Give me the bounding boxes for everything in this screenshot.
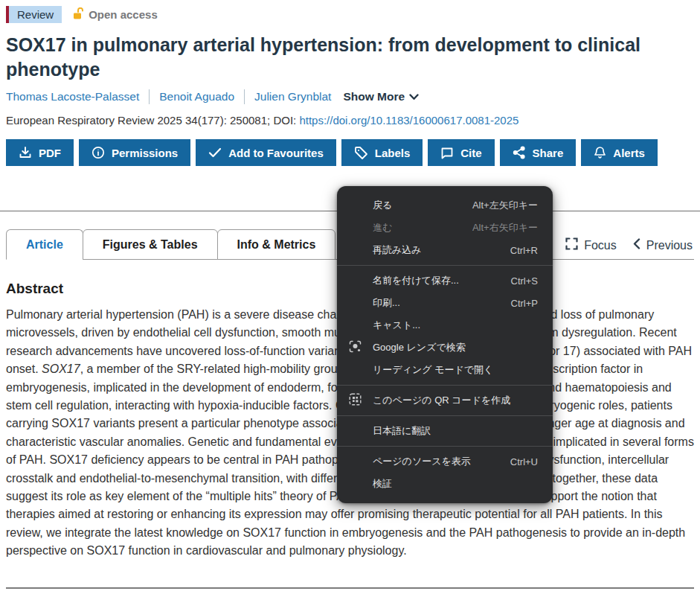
tab-figures-tables[interactable]: Figures & Tables [83,229,218,260]
open-access-label: Open access [89,8,158,21]
citation-line: European Respiratory Review 2025 34(177)… [6,114,694,127]
menu-item-label: キャスト... [373,319,420,332]
menu-item-label: このページの QR コードを作成 [373,394,510,407]
menu-separator [337,415,553,416]
focus-label: Focus [584,239,617,252]
menu-item-label: 戻る [373,199,392,212]
author-link[interactable]: Thomas Lacoste-Palasset [6,90,139,103]
menu-item-create-qr-code[interactable]: このページの QR コードを作成 [337,389,553,412]
menu-item-label: 名前を付けて保存... [373,274,459,287]
chevron-left-icon [633,238,640,252]
menu-item-shortcut: Ctrl+S [511,275,553,287]
gene-name-italic: SOX17 [42,363,80,375]
show-more-label: Show More [343,90,405,103]
button-label: Permissions [112,147,178,159]
article-title: SOX17 in pulmonary arterial hypertension… [6,33,675,82]
menu-item-label: 検証 [373,477,392,491]
download-icon [19,146,32,159]
author-link[interactable]: Benoit Aguado [159,90,234,103]
menu-item-google-lens[interactable]: Google レンズで検索 [337,336,553,359]
authors-row: Thomas Lacoste-PalassetBenoit AguadoJuli… [6,89,694,104]
focus-button[interactable]: Focus [565,237,617,253]
menu-item-label: リーディング モードで開く [373,363,493,377]
menu-separator [337,385,553,386]
article-page: Review Open access SOX17 in pulmonary ar… [0,6,700,166]
menu-item-shortcut: Ctrl+U [510,456,553,467]
menu-item-shortcut: Ctrl+R [510,245,553,256]
menu-item-cast[interactable]: キャスト... [337,314,553,336]
menu-item-label: 再読み込み [373,243,422,257]
menu-separator [337,446,553,447]
view-tools: Focus Previous [565,237,694,259]
article-type-badge: Review [6,6,62,23]
menu-item-icon-slot [337,340,373,355]
author-separator [149,89,150,104]
labels-button[interactable]: Labels [341,139,423,166]
tag-icon [354,146,368,160]
menu-separator [337,265,553,266]
menu-item-label: 印刷... [373,296,400,310]
alerts-button[interactable]: Alerts [581,139,658,166]
menu-item-shortcut: Alt+左矢印キー [472,199,553,212]
author-separator [244,89,245,104]
menu-item-view-source[interactable]: ページのソースを表示Ctrl+U [337,450,553,473]
show-more-button[interactable]: Show More [343,90,419,103]
citation-text: European Respiratory Review 2025 34(177)… [6,114,299,127]
speech-bubble-icon [440,147,454,159]
tabs: ArticleFigures & TablesInfo & Metrics [6,229,335,259]
section-divider [6,587,694,589]
share-button[interactable]: Share [500,139,577,166]
browser-context-menu: 戻るAlt+左矢印キー進むAlt+右矢印キー再読み込みCtrl+R名前を付けて保… [337,186,553,503]
menu-item-shortcut: Ctrl+P [511,298,553,309]
menu-item-label: 進む [373,221,392,234]
doi-link[interactable]: https://doi.org/10.1183/16000617.0081-20… [299,114,518,127]
cite-button[interactable]: Cite [428,139,494,166]
badge-label: Review [17,8,54,21]
article-toolbar: PDFPermissionsAdd to FavouritesLabelsCit… [6,139,694,166]
permissions-button[interactable]: Permissions [79,139,190,166]
menu-item-icon-slot [337,393,373,408]
add-to-favourites-button[interactable]: Add to Favourites [196,139,336,166]
chevron-down-icon [409,90,419,103]
menu-item-reading-mode[interactable]: リーディング モードで開く [337,359,553,381]
menu-item-back[interactable]: 戻るAlt+左矢印キー [337,194,553,217]
menu-item-print[interactable]: 印刷...Ctrl+P [337,292,553,314]
menu-item-reload[interactable]: 再読み込みCtrl+R [337,239,553,261]
check-icon [208,147,222,158]
tab-info-metrics[interactable]: Info & Metrics [217,229,336,260]
button-label: Alerts [613,147,645,159]
menu-item-shortcut: Alt+右矢印キー [472,221,553,234]
open-access-indicator: Open access [72,7,158,22]
bell-icon [594,146,606,160]
fullscreen-corners-icon [565,237,578,253]
abstract-heading: Abstract [6,281,63,297]
menu-item-label: 日本語に翻訳 [373,424,431,438]
menu-item-translate[interactable]: 日本語に翻訳 [337,420,553,442]
google-lens-icon [349,340,362,355]
menu-item-label: Google レンズで検索 [373,341,466,354]
tab-article[interactable]: Article [6,229,83,260]
previous-label: Previous [646,239,693,252]
previous-button[interactable]: Previous [633,238,693,252]
button-label: Share [533,147,564,159]
author-link[interactable]: Julien Grynblat [254,90,331,103]
pdf-button[interactable]: PDF [6,139,74,166]
menu-item-inspect[interactable]: 検証 [337,473,553,495]
badge-row: Review Open access [6,6,694,23]
button-label: PDF [39,147,61,159]
share-icon [513,146,526,159]
button-label: Labels [375,147,411,159]
menu-item-forward: 進むAlt+右矢印キー [337,217,553,239]
button-label: Cite [460,147,481,159]
info-icon [91,146,105,159]
open-lock-icon [72,7,84,22]
menu-item-save-as[interactable]: 名前を付けて保存...Ctrl+S [337,269,553,292]
menu-item-label: ページのソースを表示 [373,455,471,468]
qr-code-icon [349,393,362,408]
button-label: Add to Favourites [228,147,324,159]
